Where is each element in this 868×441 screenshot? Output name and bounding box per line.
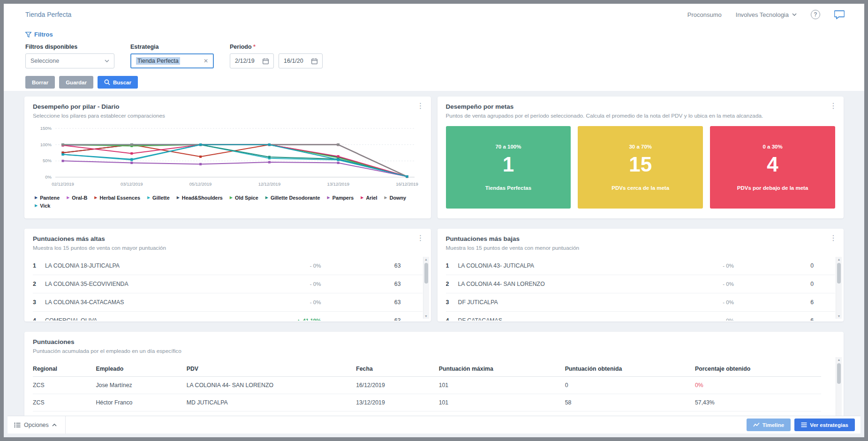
meta-range: 0 a 30% [762,144,782,149]
buscar-button[interactable]: Buscar [98,76,138,89]
meta-label: PDVs cerca de la meta [611,185,669,191]
available-filters-select[interactable]: Seleccione [25,53,114,68]
proconsumo-link[interactable]: Proconsumo [687,11,722,18]
meta-value: 15 [629,154,652,175]
legend-marker-icon: ▶ [67,196,69,200]
svg-text:0%: 0% [45,174,52,179]
date-from-value: 2/12/19 [235,58,255,64]
list-item[interactable]: 2LA COLONIA 35-ECOVIVIENDA- 0%63 [33,275,423,293]
scrollbar[interactable]: ▲ ▼ [836,257,842,319]
scrollbar[interactable]: ▲ ▼ [836,357,842,419]
borrar-button[interactable]: Borrar [25,76,55,89]
meta-label: PDVs por debajo de la meta [737,185,808,191]
page-title: Tienda Perfecta [25,11,71,18]
guardar-button[interactable]: Guardar [59,76,93,89]
card-menu-icon[interactable]: ⋮ [417,234,424,242]
periodo-label: Periodo * [230,44,323,50]
card-title: Desempeño por metas [446,103,836,110]
opciones-button[interactable]: Opciones [8,416,66,434]
legend-label: Gillette [152,195,170,201]
meta-range: 70 a 100% [495,144,521,149]
table-body: ZCSJose MartínezLA COLONIA 44- SAN LOREN… [33,377,821,419]
chevron-down-icon [105,60,109,62]
estrategia-value: Tienda Perfecta [136,57,180,65]
card-menu-icon[interactable]: ⋮ [417,102,424,110]
card-subtitle: Seleccione los pilares para establecer c… [33,112,423,119]
pilar-legend: ▶Pantene▶Oral-B▶Herbal Essences▶Gillette… [33,195,423,209]
legend-marker-icon: ▶ [385,196,387,200]
card-subtitle: Puntuación acumulada por el empleado en … [33,348,835,354]
legend-item[interactable]: ▶Old Spice [230,195,258,201]
scroll-up-icon[interactable]: ▲ [836,258,842,261]
legend-item[interactable]: ▶Herbal Essences [94,195,140,201]
company-menu-label: Involves Tecnologia [736,11,789,18]
card-menu-icon[interactable]: ⋮ [830,102,837,110]
legend-item[interactable]: ▶Pantene [35,195,60,201]
date-to-input[interactable]: 16/1/20 [279,53,323,68]
svg-text:16/12/2019: 16/12/2019 [396,181,418,187]
legend-item[interactable]: ▶Ariel [361,195,377,201]
legend-marker-icon: ▶ [230,196,233,200]
legend-item[interactable]: ▶Gillette [147,195,170,201]
column-header: Empleado [96,366,186,372]
list-item[interactable]: 1LA COLONIA 18-JUTICALPA- 0%63 [33,257,423,275]
scrollbar-thumb[interactable] [424,263,428,284]
card-puntuaciones: Puntuaciones Puntuación acumulada por el… [24,332,844,419]
scroll-up-icon[interactable]: ▲ [423,258,429,261]
legend-item[interactable]: ▶Pampers [327,195,354,201]
legend-label: Oral-B [72,195,87,201]
svg-text:05/12/2019: 05/12/2019 [189,181,212,187]
list-icon [14,422,21,428]
card-subtitle: Puntos de venta agrupados por el período… [446,112,836,119]
legend-label: Old Spice [235,195,258,201]
list-item[interactable]: 3DF JUTICALPA- 0%6 [446,293,836,312]
available-filters-value: Seleccione [30,58,59,64]
scrollbar[interactable]: ▲ ▼ [423,257,429,319]
card-title: Puntuaciones más altas [33,235,423,242]
card-puntuaciones-bajas: Puntuaciones más bajas Muestra los 15 pu… [438,229,844,321]
calendar-icon [311,58,317,64]
scroll-down-icon[interactable]: ▼ [423,314,429,318]
card-title: Desempeño por pilar - Diario [33,103,423,110]
legend-item[interactable]: ▶Head&Shoulders [177,195,223,201]
menu-lines-icon [801,422,807,427]
scroll-down-icon[interactable]: ▼ [836,314,842,318]
ver-estrategias-button[interactable]: Ver estrategias [794,419,855,431]
app-window: Tienda Perfecta Proconsumo Involves Tecn… [0,0,868,441]
help-icon[interactable]: ? [811,10,820,19]
timeline-button[interactable]: Timeline [747,419,791,431]
list-item[interactable]: 4DF CATACAMAS- 0%6 [446,312,836,321]
clear-icon[interactable]: ✕ [204,58,208,64]
chat-icon[interactable] [834,10,845,19]
date-from-input[interactable]: 2/12/19 [230,53,274,68]
card-desempeno-pilar: Desempeño por pilar - Diario Seleccione … [24,97,431,218]
svg-text:03/12/2019: 03/12/2019 [121,181,143,187]
estrategia-input[interactable]: Tienda Perfecta ✕ [130,53,214,68]
meta-label: Tiendas Perfectas [485,185,531,191]
card-puntuaciones-altas: Puntuaciones más altas Muestra los 15 pu… [24,229,431,321]
pilar-chart-svg: 0%50%100%150%02/12/201903/12/201905/12/2… [33,124,422,189]
scrollbar-thumb[interactable] [837,263,841,284]
list-item[interactable]: 2LA COLONIA 44- SAN LORENZO- 0%0 [446,275,836,293]
bottom-bar: Opciones Timeline Ver estrategias [8,416,860,434]
ver-estrategias-button-label: Ver estrategias [810,422,848,428]
legend-item[interactable]: ▶Downy [385,195,407,201]
legend-marker-icon: ▶ [35,204,38,208]
company-menu[interactable]: Involves Tecnologia [736,11,797,18]
list-item[interactable]: 3LA COLONIA 34-CATACAMAS- 0%63 [33,293,423,312]
scroll-up-icon[interactable]: ▲ [836,358,842,361]
card-title: Puntuaciones más bajas [446,235,836,242]
legend-item[interactable]: ▶Vick [35,203,50,209]
legend-marker-icon: ▶ [94,196,97,200]
list-item[interactable]: 1LA COLONIA 43- JUTICALPA- 0%0 [446,257,836,275]
legend-item[interactable]: ▶Gillette Desodorante [265,195,320,201]
card-menu-icon[interactable]: ⋮ [830,234,837,242]
filters-toggle[interactable]: Filtros [25,31,53,38]
legend-label: Ariel [366,195,377,201]
list-item[interactable]: 4COMERCIAL OLIVA▲ 41,19%63 [33,312,423,321]
table-row[interactable]: ZCSHéctor FrancoMD JUTICALPA13/12/201910… [33,394,821,411]
scrollbar-thumb[interactable] [837,363,841,384]
chevron-down-icon [792,13,797,16]
legend-item[interactable]: ▶Oral-B [67,195,87,201]
table-row[interactable]: ZCSJose MartínezLA COLONIA 44- SAN LOREN… [33,377,821,394]
